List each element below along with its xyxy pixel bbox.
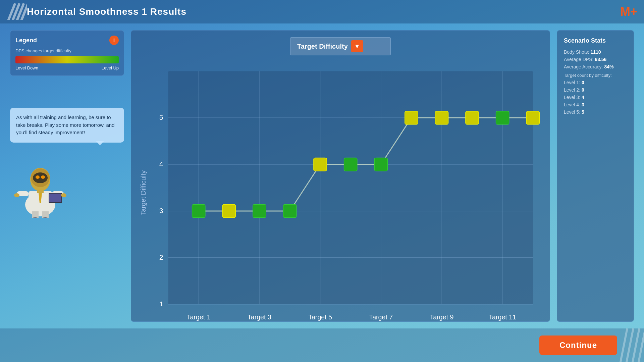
svg-rect-58: [526, 111, 539, 124]
svg-rect-12: [49, 194, 61, 202]
svg-point-16: [36, 175, 40, 179]
info-icon[interactable]: i: [109, 36, 119, 45]
svg-text:1: 1: [159, 300, 163, 308]
svg-text:Target 9: Target 9: [430, 313, 454, 321]
stat-level-5: Level 5: 5: [564, 109, 627, 115]
speech-bubble: As with all training and learning, be su…: [10, 108, 124, 143]
svg-text:4: 4: [159, 160, 163, 168]
svg-rect-49: [253, 204, 266, 217]
legend-header: Legend i: [15, 36, 119, 45]
legend-label-up: Level Up: [102, 65, 119, 70]
svg-point-17: [41, 175, 45, 179]
svg-point-20: [61, 193, 66, 197]
main-content: Legend i DPS changes target difficulty L…: [0, 23, 644, 328]
legend-description: DPS changes target difficulty: [15, 48, 119, 53]
legend-box: Legend i DPS changes target difficulty L…: [10, 30, 124, 76]
svg-rect-51: [314, 158, 327, 171]
svg-point-19: [14, 193, 19, 197]
left-panel: Legend i DPS changes target difficulty L…: [10, 30, 124, 322]
svg-text:2: 2: [159, 253, 163, 261]
continue-button[interactable]: Continue: [539, 335, 617, 355]
legend-gradient: [15, 56, 119, 63]
svg-text:Target 11: Target 11: [489, 313, 516, 321]
legend-label-down: Level Down: [15, 65, 38, 70]
svg-line-61: [633, 328, 639, 362]
header: Horizontal Smoothness 1 Results M+: [0, 0, 644, 23]
stat-difficulty-label: Target count by difficulty:: [564, 73, 627, 78]
header-icon: [7, 3, 27, 20]
svg-text:3: 3: [159, 207, 163, 214]
svg-point-15: [33, 172, 48, 183]
stat-level-3: Level 3: 4: [564, 95, 627, 100]
stats-panel: Scenario Stats Body Shots: 1110 Average …: [557, 30, 634, 322]
svg-rect-56: [466, 111, 479, 124]
svg-rect-57: [496, 111, 509, 124]
chart-header: Target Difficulty ▼: [138, 37, 543, 55]
svg-rect-50: [283, 204, 296, 217]
chart-svg: 5 4 3 2 1 Target Difficulty Target 1 Tar…: [138, 60, 543, 325]
svg-rect-52: [344, 158, 357, 171]
stat-level-1: Level 1: 0: [564, 80, 627, 85]
svg-rect-47: [192, 204, 205, 217]
chart-panel: Target Difficulty ▼: [131, 30, 550, 322]
svg-text:Target 3: Target 3: [248, 313, 271, 321]
chart-dropdown[interactable]: Target Difficulty ▼: [290, 37, 391, 55]
stat-level-2: Level 2: 0: [564, 87, 627, 93]
legend-labels: Level Down Level Up: [15, 65, 119, 70]
speech-text: As with all training and learning, be su…: [16, 114, 114, 135]
footer: Continue: [0, 328, 644, 362]
chart-area: 5 4 3 2 1 Target Difficulty Target 1 Tar…: [138, 60, 543, 325]
svg-line-59: [621, 328, 627, 362]
stat-body-shots: Body Shots: 1110: [564, 49, 627, 55]
svg-rect-18: [37, 190, 44, 193]
logo: M+: [620, 5, 637, 19]
svg-line-62: [639, 328, 644, 362]
dropdown-arrow-icon: ▼: [351, 40, 363, 52]
stats-title: Scenario Stats: [564, 37, 627, 44]
svg-text:5: 5: [159, 113, 163, 121]
svg-rect-23: [168, 71, 533, 304]
character: [7, 151, 74, 218]
svg-text:Target Difficulty: Target Difficulty: [140, 170, 147, 215]
svg-text:Target 1: Target 1: [187, 313, 211, 321]
svg-text:Target 5: Target 5: [308, 313, 332, 321]
stat-avg-dps: Average DPS: 63.56: [564, 57, 627, 62]
svg-line-60: [627, 328, 633, 362]
svg-rect-53: [374, 158, 387, 171]
footer-decoration: [617, 328, 644, 362]
stat-level-4: Level 4: 3: [564, 102, 627, 107]
svg-rect-55: [435, 111, 448, 124]
legend-title: Legend: [15, 37, 37, 44]
stat-avg-accuracy: Average Accuracy: 84%: [564, 64, 627, 69]
svg-text:Target 7: Target 7: [369, 313, 393, 321]
page-title: Horizontal Smoothness 1 Results: [27, 6, 186, 17]
svg-rect-48: [222, 204, 235, 217]
svg-rect-54: [405, 111, 418, 124]
chart-dropdown-label: Target Difficulty: [297, 43, 348, 50]
